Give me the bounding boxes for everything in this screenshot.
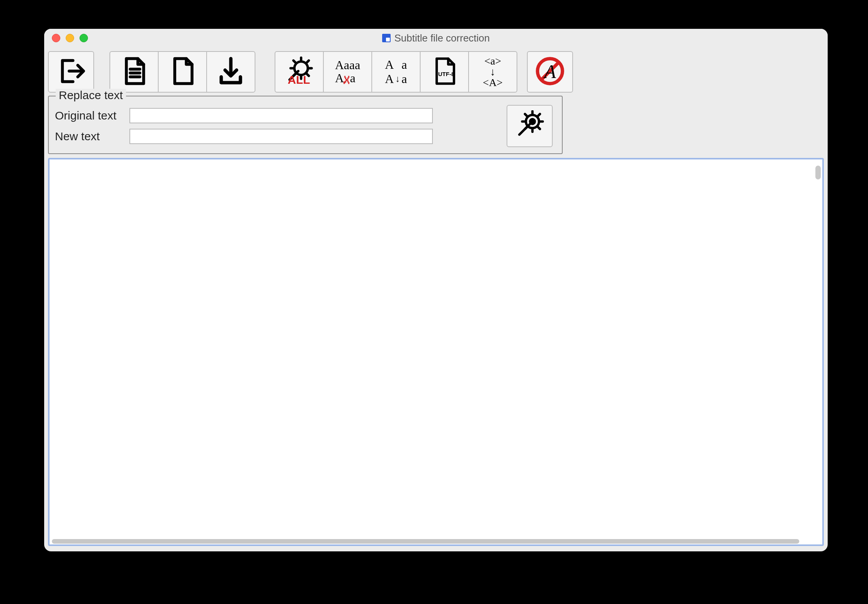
replace-legend: Replace text: [56, 89, 126, 102]
document-text-icon: [119, 56, 149, 88]
document-blank-icon: [167, 56, 198, 88]
original-text-label: Original text: [55, 109, 124, 122]
remove-duplicate-lines-button[interactable]: Aaaa Aꭕa: [323, 51, 372, 93]
svg-text:UTF-8: UTF-8: [438, 71, 455, 77]
replace-text-group: Replace text Original text New text: [48, 96, 563, 154]
correction-group: ALL Aaaa Aꭕa A a A↓a: [275, 51, 517, 93]
exit-icon: [56, 56, 86, 88]
minimize-window-button[interactable]: [66, 34, 74, 42]
vertical-scrollbar[interactable]: [815, 166, 821, 179]
file-group: [109, 51, 255, 93]
convert-utf8-button[interactable]: UTF-8: [420, 51, 469, 93]
zoom-window-button[interactable]: [80, 34, 88, 42]
svg-point-11: [530, 119, 535, 124]
no-italic-icon: A: [535, 56, 565, 88]
close-window-button[interactable]: [52, 34, 60, 42]
editor-panel: [48, 158, 824, 546]
tag-case-icon: <a>↓<A>: [483, 56, 503, 88]
remove-formatting-button[interactable]: A: [527, 51, 573, 93]
wrench-gear-icon: [515, 110, 545, 142]
toolbar: ALL Aaaa Aꭕa A a A↓a: [44, 47, 828, 96]
app-window: Subtitle file correction: [44, 29, 828, 551]
svg-text:ALL: ALL: [288, 73, 310, 86]
new-text-label: New text: [55, 130, 124, 143]
utf8-file-icon: UTF-8: [429, 56, 460, 88]
change-case-button[interactable]: A a A↓a: [371, 51, 421, 93]
horizontal-scrollbar[interactable]: [52, 539, 799, 544]
fix-all-icon: ALL: [284, 56, 315, 88]
window-controls: [52, 34, 88, 42]
horizontal-scrollbar-track: [50, 538, 822, 544]
app-icon: [382, 34, 391, 42]
svg-text:A: A: [543, 61, 556, 82]
new-file-button[interactable]: [158, 51, 207, 93]
save-button[interactable]: [206, 51, 255, 93]
open-file-button[interactable]: [109, 51, 159, 93]
titlebar: Subtitle file correction: [44, 29, 828, 47]
run-replace-button[interactable]: [507, 105, 553, 147]
exit-button[interactable]: [48, 51, 94, 93]
remove-duplicate-icon: Aaaa Aꭕa: [335, 59, 360, 85]
convert-tag-case-button[interactable]: <a>↓<A>: [468, 51, 517, 93]
original-text-input[interactable]: [129, 108, 433, 123]
subtitle-editor[interactable]: [50, 159, 822, 538]
new-text-input[interactable]: [129, 129, 433, 144]
window-title: Subtitle file correction: [394, 32, 490, 44]
change-case-icon: A a A↓a: [385, 58, 407, 86]
fix-all-button[interactable]: ALL: [275, 51, 324, 93]
download-icon: [215, 56, 246, 88]
